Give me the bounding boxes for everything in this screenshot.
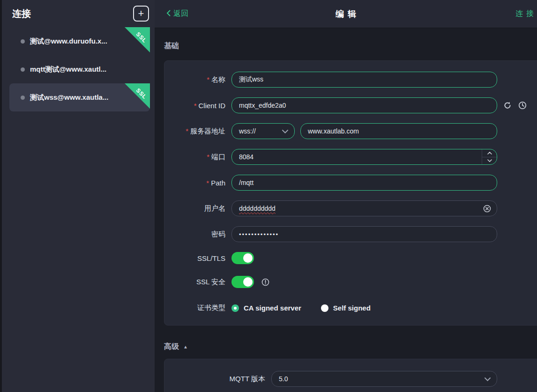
spinner-down-icon[interactable] [482,157,497,165]
ssl-badge: SSL [125,83,150,109]
form-row-ssl-tls: SSL/TLS [164,252,537,264]
radio-self-signed[interactable]: Self signed [321,304,371,312]
ssl-secure-label: SSL 安全 [196,278,225,286]
form-row-ssl-secure: SSL 安全 [164,276,537,288]
back-button[interactable]: 返回 [166,9,188,19]
connection-list: 测试@www.duruofu.x... SSL mqtt测试@www.xautl… [2,27,155,111]
form-row-host: *服务器地址 wss:// www.xautlab.com [164,123,537,139]
connect-button[interactable]: 连接 [515,9,537,19]
chevron-down-icon [485,375,491,383]
path-input[interactable]: /mqtt [231,175,497,191]
path-label: Path [211,179,225,187]
mqtt-version-label: MQTT 版本 [230,375,265,383]
connections-sidebar: 连接 + 测试@www.duruofu.x... SSL mqtt测试@www.… [2,0,155,392]
client-id-input[interactable]: mqttx_edfde2a0 [231,97,497,113]
status-dot-icon [21,39,25,44]
client-id-label: Client ID [198,102,225,110]
refresh-icon[interactable] [503,101,512,110]
radio-selected-icon [231,304,239,312]
password-label: 密码 [211,230,225,238]
list-item-selected[interactable]: 测试wss@www.xautla... SSL [9,83,150,111]
connection-name: 测试@www.duruofu.x... [30,37,107,46]
username-label: 用户名 [204,204,225,212]
ssl-badge: SSL [125,27,150,52]
username-input[interactable]: dddddddddd [231,200,497,216]
host-input[interactable]: www.xautlab.com [300,123,497,139]
collapse-arrow-icon: ▲ [183,344,188,349]
new-connection-button[interactable]: + [133,6,149,22]
protocol-select[interactable]: wss:// [231,123,295,139]
advanced-form-card: MQTT 版本 5.0 [164,359,537,392]
clear-icon[interactable] [483,205,491,213]
edit-panel: 返回 编辑 连接 基础 *名称 测试wss *Client ID mqttx_e… [155,0,537,392]
port-input[interactable]: 8084 [231,149,497,165]
port-label: 端口 [211,153,225,161]
chevron-down-icon [282,127,288,135]
form-scroll-area: 基础 *名称 测试wss *Client ID mqttx_edfde2a0 [155,28,537,392]
back-label: 返回 [173,9,188,19]
cert-type-radio-group: CA signed server Self signed [231,304,371,312]
radio-ca-signed[interactable]: CA signed server [231,304,301,312]
form-row-cert-type: 证书类型 CA signed server Self signed [164,303,537,312]
form-row-password: 密码 ••••••••••••• [164,226,537,242]
list-item[interactable]: mqtt测试@www.xautl... [2,55,150,83]
form-row-path: *Path /mqtt [164,175,537,191]
toggle-knob [243,277,253,287]
topbar: 返回 编辑 连接 [155,0,537,28]
sidebar-header: 连接 + [2,0,155,27]
ssl-secure-toggle[interactable] [231,276,254,288]
sidebar-title: 连接 [12,7,31,20]
history-clock-icon[interactable] [518,101,527,110]
form-row-client-id: *Client ID mqttx_edfde2a0 [164,97,537,113]
status-dot-icon [21,67,25,72]
form-row-mqtt-version: MQTT 版本 5.0 [164,371,537,387]
page-title: 编辑 [332,8,360,20]
form-row-username: 用户名 dddddddddd [164,200,537,216]
radio-unselected-icon [321,304,328,312]
password-input[interactable]: ••••••••••••• [231,226,497,242]
toggle-knob [243,253,253,263]
cert-type-label: 证书类型 [197,303,225,311]
name-input[interactable]: 测试wss [231,72,497,88]
advanced-section-header[interactable]: 高级 ▲ [164,342,537,352]
basic-section-header: 基础 [164,41,537,51]
connection-name: 测试wss@www.xautla... [30,93,108,102]
name-label: 名称 [211,75,225,83]
host-label: 服务器地址 [190,127,225,135]
connection-name: mqtt测试@www.xautl... [30,65,106,74]
basic-form-card: *名称 测试wss *Client ID mqttx_edfde2a0 [164,60,537,325]
list-item[interactable]: 测试@www.duruofu.x... SSL [2,27,150,55]
form-row-name: *名称 测试wss [164,72,537,88]
mqtt-version-select[interactable]: 5.0 [271,371,497,387]
status-dot-icon [21,96,25,100]
ssl-tls-toggle[interactable] [231,252,254,264]
info-icon[interactable] [261,278,269,286]
chevron-left-icon [166,10,171,18]
ssl-tls-label: SSL/TLS [197,254,225,262]
spinner-up-icon[interactable] [482,149,497,157]
form-row-port: *端口 8084 [164,149,537,165]
plus-icon: + [138,7,144,19]
port-spinner [482,149,497,164]
